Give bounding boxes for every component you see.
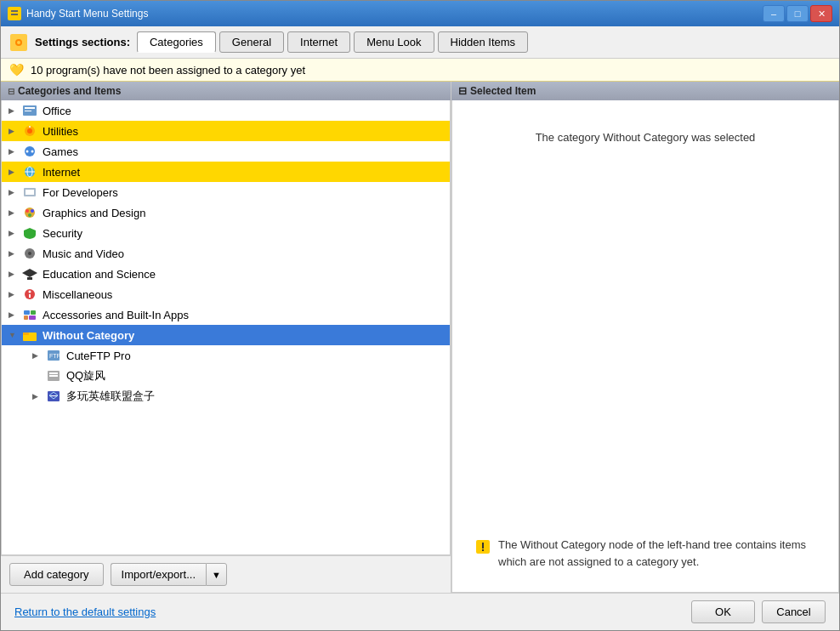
qqfengxin-icon (44, 368, 63, 384)
info-bar: 💛 10 program(s) have not been assigned t… (1, 59, 839, 82)
collapse-icon: ⊟ (8, 87, 14, 96)
svg-point-10 (27, 128, 32, 134)
tree-item-games[interactable]: ▶ Games (2, 141, 450, 162)
settings-icon (9, 33, 28, 52)
tree-item-for-developers[interactable]: ▶ For Developers (2, 182, 450, 202)
expand-without-category[interactable]: ▼ (9, 331, 20, 339)
svg-rect-2 (11, 14, 18, 15)
expand-utilities[interactable]: ▶ (9, 127, 20, 135)
games-label: Games (43, 145, 78, 158)
tree-item-duowan[interactable]: ▶ 多玩英雄联盟盒子 (2, 386, 450, 406)
right-panel: ⊟ Selected Item The category Without Cat… (451, 82, 839, 593)
tree-item-accessories[interactable]: ▶ Accessories and Built-In Apps (2, 304, 450, 325)
left-panel: ⊟ Categories and Items ▶ Office ▶ (1, 82, 451, 593)
miscellaneous-label: Miscellaneous (43, 288, 112, 301)
office-label: Office (43, 105, 71, 117)
selected-item-info: The category Without Category was select… (466, 114, 825, 144)
svg-text:FTP: FTP (49, 353, 61, 359)
tab-internet[interactable]: Internet (287, 31, 350, 53)
ok-button[interactable]: OK (691, 600, 755, 623)
tree-item-music[interactable]: ▶ Music and Video (2, 243, 450, 264)
info-message-text: The Without Category node of the left-ha… (498, 537, 816, 570)
title-buttons: – □ ✕ (763, 5, 832, 22)
duowan-label: 多玩英雄联盟盒子 (66, 389, 155, 404)
import-export-button[interactable]: Import/export... (111, 563, 206, 586)
svg-point-29 (29, 291, 31, 293)
svg-rect-40 (49, 372, 58, 374)
for-developers-label: For Developers (43, 186, 118, 199)
expand-cuteftp[interactable]: ▶ (32, 351, 44, 360)
music-icon (20, 246, 39, 261)
minimize-button[interactable]: – (763, 5, 785, 22)
svg-point-14 (31, 151, 34, 153)
graphics-icon (20, 205, 39, 220)
info-icon: 💛 (9, 63, 24, 77)
miscellaneous-icon (20, 287, 39, 302)
tree-item-office[interactable]: ▶ Office (2, 100, 450, 121)
security-icon (20, 225, 39, 241)
toolbar: Settings sections: Categories General In… (1, 26, 839, 59)
for-developers-icon (20, 185, 39, 200)
tree-item-miscellaneous[interactable]: ▶ Miscellaneous (2, 284, 450, 304)
settings-sections-label: Settings sections: (35, 36, 130, 48)
expand-miscellaneous[interactable]: ▶ (9, 290, 20, 298)
expand-graphics[interactable]: ▶ (9, 208, 20, 217)
tree-item-cuteftp[interactable]: ▶ FTP CuteFTP Pro (2, 345, 450, 366)
cancel-button[interactable]: Cancel (762, 600, 826, 623)
svg-rect-41 (49, 375, 58, 377)
expand-accessories[interactable]: ▶ (9, 310, 20, 319)
close-button[interactable]: ✕ (810, 5, 832, 22)
tree-item-utilities[interactable]: ▶ Utilities (2, 121, 450, 141)
without-category-label: Without Category (43, 329, 134, 342)
office-icon (20, 103, 39, 118)
tab-hidden-items[interactable]: Hidden Items (438, 31, 529, 53)
svg-point-13 (26, 151, 29, 153)
tree-item-qqfengxin[interactable]: ▶ QQ旋风 (2, 366, 450, 386)
info-message-box: The Without Category node of the left-ha… (466, 528, 825, 578)
education-label: Education and Science (43, 268, 156, 281)
left-panel-header: ⊟ Categories and Items (1, 82, 451, 100)
graphics-label: Graphics and Design (43, 207, 145, 219)
accessories-label: Accessories and Built-In Apps (43, 309, 189, 321)
games-icon (20, 144, 39, 159)
svg-rect-19 (26, 190, 34, 195)
tab-general[interactable]: General (219, 31, 284, 53)
svg-point-23 (28, 213, 31, 217)
expand-education[interactable]: ▶ (9, 270, 20, 278)
svg-rect-34 (29, 316, 36, 320)
tree-item-internet[interactable]: ▶ Internet (2, 162, 450, 182)
info-message-icon (474, 538, 491, 560)
svg-rect-31 (24, 310, 30, 315)
svg-point-22 (31, 209, 34, 213)
svg-marker-26 (22, 269, 37, 277)
cuteftp-label: CuteFTP Pro (66, 350, 131, 362)
expand-games[interactable]: ▶ (9, 147, 20, 156)
expand-music[interactable]: ▶ (9, 249, 20, 258)
maximize-button[interactable]: □ (786, 5, 809, 22)
selected-item-message: The category Without Category was select… (536, 131, 756, 144)
categories-tree[interactable]: ▶ Office ▶ Utilities ▶ (1, 100, 451, 555)
tab-categories[interactable]: Categories (137, 31, 216, 53)
expand-for-developers[interactable]: ▶ (9, 188, 20, 196)
tree-item-education[interactable]: ▶ Education and Science (2, 264, 450, 284)
expand-internet[interactable]: ▶ (9, 168, 20, 176)
accessories-icon (20, 307, 39, 322)
footer-buttons: OK Cancel (691, 600, 826, 623)
svg-rect-27 (27, 277, 32, 280)
svg-rect-30 (29, 294, 31, 298)
expand-office[interactable]: ▶ (9, 106, 20, 115)
return-to-defaults-link[interactable]: Return to the default settings (14, 605, 156, 618)
add-category-button[interactable]: Add category (9, 563, 104, 586)
expand-security[interactable]: ▶ (9, 229, 20, 237)
tree-item-without-category[interactable]: ▼ Without Category (2, 325, 450, 345)
expand-duowan[interactable]: ▶ (32, 392, 44, 401)
tab-menu-look[interactable]: Menu Look (354, 31, 434, 53)
import-export-dropdown[interactable]: ▼ (206, 563, 227, 586)
tree-item-graphics[interactable]: ▶ Graphics and Design (2, 202, 450, 223)
svg-rect-46 (482, 543, 484, 549)
right-collapse-icon: ⊟ (458, 85, 467, 97)
left-panel-title: Categories and Items (18, 85, 121, 97)
tree-item-security[interactable]: ▶ Security (2, 223, 450, 243)
info-bar-message: 10 program(s) have not been assigned to … (31, 64, 305, 77)
education-icon (20, 266, 39, 281)
